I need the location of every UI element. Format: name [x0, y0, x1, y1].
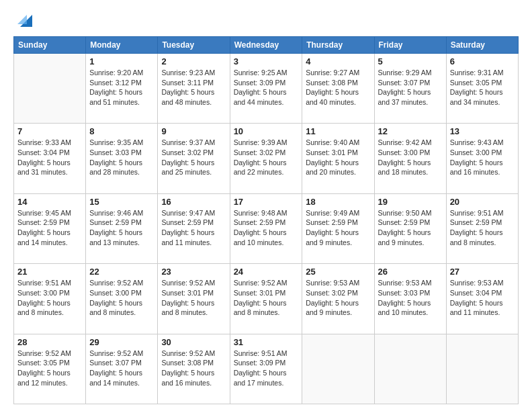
calendar-day-cell: 7Sunrise: 9:33 AM Sunset: 3:04 PM Daylig…	[14, 124, 86, 193]
day-number: 24	[234, 267, 299, 277]
day-number: 3	[234, 56, 299, 66]
day-info: Sunrise: 9:27 AM Sunset: 3:08 PM Dayligh…	[306, 68, 370, 107]
day-info: Sunrise: 9:33 AM Sunset: 3:04 PM Dayligh…	[17, 138, 82, 177]
day-info: Sunrise: 9:52 AM Sunset: 3:08 PM Dayligh…	[161, 349, 226, 388]
day-number: 23	[161, 267, 226, 277]
calendar-day-cell: 12Sunrise: 9:42 AM Sunset: 3:00 PM Dayli…	[374, 124, 446, 193]
day-info: Sunrise: 9:45 AM Sunset: 2:59 PM Dayligh…	[17, 208, 82, 248]
day-number: 8	[89, 126, 154, 136]
day-number: 18	[306, 197, 370, 207]
calendar-day-cell: 26Sunrise: 9:53 AM Sunset: 3:03 PM Dayli…	[374, 264, 446, 334]
day-info: Sunrise: 9:52 AM Sunset: 3:01 PM Dayligh…	[161, 278, 226, 318]
day-number: 30	[161, 337, 226, 347]
day-number: 15	[89, 197, 154, 207]
day-number: 5	[378, 56, 443, 66]
day-info: Sunrise: 9:52 AM Sunset: 3:00 PM Dayligh…	[89, 278, 154, 318]
calendar-day-cell: 13Sunrise: 9:43 AM Sunset: 3:00 PM Dayli…	[446, 124, 518, 193]
calendar-day-cell: 30Sunrise: 9:52 AM Sunset: 3:08 PM Dayli…	[158, 334, 230, 404]
day-of-week-header: Sunday	[14, 37, 86, 54]
calendar-day-cell: 6Sunrise: 9:31 AM Sunset: 3:05 PM Daylig…	[446, 54, 518, 124]
day-number: 6	[450, 56, 515, 66]
calendar-container: SundayMondayTuesdayWednesdayThursdayFrid…	[0, 0, 532, 411]
calendar-day-cell: 3Sunrise: 9:25 AM Sunset: 3:09 PM Daylig…	[230, 54, 302, 124]
day-info: Sunrise: 9:20 AM Sunset: 3:12 PM Dayligh…	[89, 68, 154, 107]
day-number: 17	[234, 197, 299, 207]
calendar-day-cell: 19Sunrise: 9:50 AM Sunset: 2:59 PM Dayli…	[374, 193, 446, 263]
calendar-day-cell: 8Sunrise: 9:35 AM Sunset: 3:03 PM Daylig…	[86, 124, 158, 193]
day-number: 11	[306, 126, 370, 136]
day-info: Sunrise: 9:31 AM Sunset: 3:05 PM Dayligh…	[450, 68, 515, 107]
day-number: 14	[17, 197, 82, 207]
calendar-week-row: 28Sunrise: 9:52 AM Sunset: 3:05 PM Dayli…	[14, 334, 519, 404]
calendar-day-cell: 14Sunrise: 9:45 AM Sunset: 2:59 PM Dayli…	[14, 193, 86, 263]
day-info: Sunrise: 9:53 AM Sunset: 3:02 PM Dayligh…	[306, 278, 370, 318]
calendar-day-cell: 27Sunrise: 9:53 AM Sunset: 3:04 PM Dayli…	[446, 264, 518, 334]
day-info: Sunrise: 9:42 AM Sunset: 3:00 PM Dayligh…	[378, 138, 443, 177]
day-info: Sunrise: 9:51 AM Sunset: 2:59 PM Dayligh…	[450, 208, 515, 248]
day-info: Sunrise: 9:37 AM Sunset: 3:02 PM Dayligh…	[161, 138, 226, 177]
calendar-day-cell: 2Sunrise: 9:23 AM Sunset: 3:11 PM Daylig…	[158, 54, 230, 124]
logo	[13, 12, 32, 30]
calendar-day-cell: 5Sunrise: 9:29 AM Sunset: 3:07 PM Daylig…	[374, 54, 446, 124]
day-info: Sunrise: 9:51 AM Sunset: 3:00 PM Dayligh…	[17, 278, 82, 318]
calendar-day-cell	[302, 334, 374, 404]
calendar-day-cell: 20Sunrise: 9:51 AM Sunset: 2:59 PM Dayli…	[446, 193, 518, 263]
calendar-day-cell: 31Sunrise: 9:51 AM Sunset: 3:09 PM Dayli…	[230, 334, 302, 404]
day-number: 19	[378, 197, 443, 207]
logo-icon	[15, 12, 32, 30]
day-info: Sunrise: 9:52 AM Sunset: 3:01 PM Dayligh…	[234, 278, 299, 318]
day-number: 21	[17, 267, 82, 277]
day-info: Sunrise: 9:47 AM Sunset: 2:59 PM Dayligh…	[161, 208, 226, 248]
day-info: Sunrise: 9:29 AM Sunset: 3:07 PM Dayligh…	[378, 68, 443, 107]
day-number: 1	[89, 56, 154, 66]
calendar-day-cell: 17Sunrise: 9:48 AM Sunset: 2:59 PM Dayli…	[230, 193, 302, 263]
day-info: Sunrise: 9:35 AM Sunset: 3:03 PM Dayligh…	[89, 138, 154, 177]
calendar-day-cell: 21Sunrise: 9:51 AM Sunset: 3:00 PM Dayli…	[14, 264, 86, 334]
day-number: 27	[450, 267, 515, 277]
day-of-week-header: Monday	[86, 37, 158, 54]
day-info: Sunrise: 9:40 AM Sunset: 3:01 PM Dayligh…	[306, 138, 370, 177]
day-info: Sunrise: 9:46 AM Sunset: 2:59 PM Dayligh…	[89, 208, 154, 248]
calendar-day-cell: 11Sunrise: 9:40 AM Sunset: 3:01 PM Dayli…	[302, 124, 374, 193]
calendar-week-row: 7Sunrise: 9:33 AM Sunset: 3:04 PM Daylig…	[14, 124, 519, 193]
day-of-week-header: Tuesday	[158, 37, 230, 54]
day-info: Sunrise: 9:43 AM Sunset: 3:00 PM Dayligh…	[450, 138, 515, 177]
day-info: Sunrise: 9:53 AM Sunset: 3:04 PM Dayligh…	[450, 278, 515, 318]
calendar-day-cell: 1Sunrise: 9:20 AM Sunset: 3:12 PM Daylig…	[86, 54, 158, 124]
day-of-week-header: Friday	[374, 37, 446, 54]
day-number: 10	[234, 126, 299, 136]
day-number: 31	[234, 337, 299, 347]
day-info: Sunrise: 9:52 AM Sunset: 3:05 PM Dayligh…	[17, 349, 82, 388]
calendar-day-cell: 9Sunrise: 9:37 AM Sunset: 3:02 PM Daylig…	[158, 124, 230, 193]
day-number: 22	[89, 267, 154, 277]
day-number: 9	[161, 126, 226, 136]
day-number: 12	[378, 126, 443, 136]
day-info: Sunrise: 9:53 AM Sunset: 3:03 PM Dayligh…	[378, 278, 443, 318]
day-of-week-header: Wednesday	[230, 37, 302, 54]
calendar-day-cell: 10Sunrise: 9:39 AM Sunset: 3:02 PM Dayli…	[230, 124, 302, 193]
day-info: Sunrise: 9:49 AM Sunset: 2:59 PM Dayligh…	[306, 208, 370, 248]
calendar-day-cell: 16Sunrise: 9:47 AM Sunset: 2:59 PM Dayli…	[158, 193, 230, 263]
day-info: Sunrise: 9:39 AM Sunset: 3:02 PM Dayligh…	[234, 138, 299, 177]
calendar-day-cell: 28Sunrise: 9:52 AM Sunset: 3:05 PM Dayli…	[14, 334, 86, 404]
calendar-day-cell: 25Sunrise: 9:53 AM Sunset: 3:02 PM Dayli…	[302, 264, 374, 334]
calendar-table: SundayMondayTuesdayWednesdayThursdayFrid…	[13, 36, 519, 404]
day-info: Sunrise: 9:48 AM Sunset: 2:59 PM Dayligh…	[234, 208, 299, 248]
calendar-day-cell: 4Sunrise: 9:27 AM Sunset: 3:08 PM Daylig…	[302, 54, 374, 124]
day-number: 16	[161, 197, 226, 207]
day-number: 25	[306, 267, 370, 277]
day-of-week-header: Thursday	[302, 37, 374, 54]
calendar-week-row: 1Sunrise: 9:20 AM Sunset: 3:12 PM Daylig…	[14, 54, 519, 124]
calendar-day-cell	[446, 334, 518, 404]
calendar-week-row: 14Sunrise: 9:45 AM Sunset: 2:59 PM Dayli…	[14, 193, 519, 263]
day-number: 26	[378, 267, 443, 277]
day-number: 7	[17, 126, 82, 136]
day-info: Sunrise: 9:50 AM Sunset: 2:59 PM Dayligh…	[378, 208, 443, 248]
calendar-day-cell: 29Sunrise: 9:52 AM Sunset: 3:07 PM Dayli…	[86, 334, 158, 404]
day-info: Sunrise: 9:52 AM Sunset: 3:07 PM Dayligh…	[89, 349, 154, 388]
day-number: 20	[450, 197, 515, 207]
day-info: Sunrise: 9:23 AM Sunset: 3:11 PM Dayligh…	[161, 68, 226, 107]
day-info: Sunrise: 9:25 AM Sunset: 3:09 PM Dayligh…	[234, 68, 299, 107]
calendar-day-cell	[374, 334, 446, 404]
calendar-week-row: 21Sunrise: 9:51 AM Sunset: 3:00 PM Dayli…	[14, 264, 519, 334]
